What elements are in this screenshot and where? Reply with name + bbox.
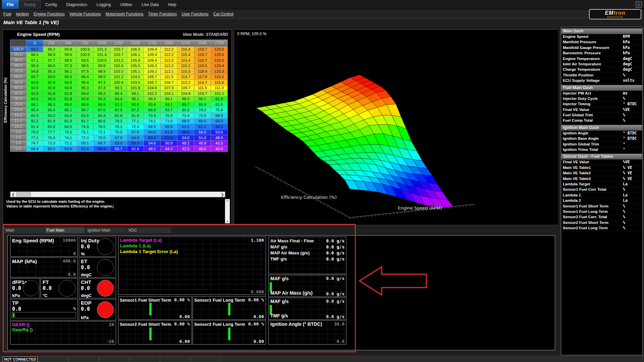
ve-cell[interactable]: 53.6 [211,130,228,135]
ve-cell[interactable]: 105.1 [127,69,144,74]
ve-cell[interactable]: 91.5 [26,91,43,97]
ve-cell[interactable]: 96.1 [127,97,144,102]
col-header-2750[interactable]: 2750 [211,40,228,47]
ve-cell[interactable]: 111.0 [211,85,228,91]
ve-cell[interactable]: 112.2 [161,47,177,52]
ve-cell[interactable]: 98.0 [94,74,110,80]
menu-item-ignition[interactable]: Ignition [16,12,29,16]
ve-cell[interactable]: 95.4 [77,80,94,85]
ve-cell[interactable]: 65.6 [161,124,177,130]
ve-cell[interactable]: 112.2 [177,80,194,85]
col-header-750[interactable]: 750 [77,40,94,47]
ve-cell[interactable]: 44.3 [161,146,177,152]
ve-cell[interactable]: 70.5 [110,130,127,135]
ve-cell[interactable]: 66.0 [194,119,211,124]
ve-cell[interactable]: 93.7 [26,74,43,80]
ve-cell[interactable]: 82.2 [26,119,43,124]
ve-cell[interactable]: 69.1 [77,141,94,146]
ve-cell[interactable]: 83.0 [43,113,60,119]
row-header-1.0[interactable]: 1.0 [10,141,26,146]
ve-cell[interactable]: 59.3 [211,124,228,130]
row-header-35.0[interactable]: 35.0 [10,91,26,97]
ve-cell[interactable]: 96.4 [77,74,94,80]
ve-cell[interactable]: 98.5 [60,58,77,63]
ve-cell[interactable]: 118.7 [194,47,211,52]
dash-item[interactable]: Main VE Table2% VE [561,171,642,176]
ve-cell[interactable]: 57.0 [161,135,177,141]
ve-cell[interactable]: 109.4 [144,58,161,63]
ve-cell[interactable]: 92.6 [26,80,43,85]
ve-cell[interactable]: 120.3 [211,69,228,74]
ve-cell[interactable]: 79.9 [77,124,94,130]
ve-cell[interactable]: 111.5 [194,85,211,91]
ve-cell[interactable]: 75.6 [43,135,60,141]
ve-cell[interactable]: 107.9 [161,85,177,91]
ve-cell-selected[interactable]: 98.5 [26,47,43,52]
ve-cell[interactable]: 45.9 [194,141,211,146]
ve-cell[interactable]: 90.5 [94,102,110,108]
ve-cell[interactable]: 92.5 [127,102,144,108]
ve-cell[interactable]: 99.6 [60,52,77,58]
ve-cell[interactable]: 70.9 [194,113,211,119]
ve-cell[interactable]: 82.0 [211,102,228,108]
ve-cell[interactable]: 83.4 [60,113,77,119]
ve-cell[interactable]: 91.8 [43,91,60,97]
ve-cell[interactable]: 104.8 [177,91,194,97]
ve-cell[interactable]: 99.1 [127,91,144,97]
ve-cell[interactable]: 115.6 [211,80,228,85]
menu-tab-help[interactable]: Help [163,0,181,9]
ve-cell[interactable]: 120.5 [211,47,228,52]
dash-item[interactable]: Final VE Value%VE [561,107,642,113]
ve-cell[interactable]: 83.7 [161,108,177,113]
ve-cell[interactable]: 120.5 [211,58,228,63]
ve-cell[interactable]: 103.5 [127,80,144,85]
ve-cell[interactable]: 40.0 [194,146,211,152]
ve-cell[interactable]: 101.3 [94,47,110,52]
ve-cell[interactable]: 40.0 [211,146,228,152]
dash-item[interactable]: Throttle Position% [561,73,642,78]
ve-cell[interactable]: 102.6 [110,63,127,69]
menu-item-vehicle-functions[interactable]: Vehicle Functions [69,12,101,16]
ve-cell[interactable]: 99.8 [94,63,110,69]
ve-cell[interactable]: 54.0 [177,135,194,141]
ve-cell[interactable]: 97.3 [94,85,110,91]
ve-cell[interactable]: 100.4 [110,80,127,85]
col-header-1750[interactable]: 1750 [144,40,161,47]
ve-cell[interactable]: 51.0 [194,135,211,141]
menu-item-motorsport-functions[interactable]: Motorsport Functions [106,12,144,16]
ve-cell[interactable]: 92.8 [60,91,77,97]
ve-cell[interactable]: 86.1 [60,108,77,113]
ve-cell[interactable]: 96.5 [43,63,60,69]
dash-item[interactable]: Main VE Table3% VE [561,176,642,182]
dash-item[interactable]: Sensor2 Fuel Corr. Total% [561,215,642,220]
ve-cell[interactable]: 86.7 [77,108,94,113]
ve-cell[interactable]: 68.9 [211,113,228,119]
gauge-tab-fuel-main[interactable]: Fuel Main [44,227,85,234]
ve-cell[interactable]: 68.0 [177,119,194,124]
ve-cell[interactable]: 81.7 [77,119,94,124]
ve-cell[interactable]: 106.7 [144,80,161,85]
ve-cell[interactable]: 87.2 [127,108,144,113]
ve-cell[interactable]: 95.2 [94,91,110,97]
ve-cell[interactable]: 99.1 [110,85,127,91]
scroll-down-icon[interactable]: ▼ [226,220,229,223]
ve-cell[interactable]: 64.6 [60,146,77,152]
ve-cell[interactable]: 93.3 [94,97,110,102]
dash-item[interactable]: Sensor2 Fuel Long Term% [561,226,642,231]
dash-item[interactable]: Injector Timing° BTDC [561,102,642,107]
ve-cell[interactable]: 43.5 [211,141,228,146]
ve-cell[interactable]: 101.1 [211,91,228,97]
dash-item[interactable]: Fuel Comp Total% [561,118,642,123]
ve-cell[interactable]: 68.9 [144,124,161,130]
ve-cell[interactable]: 109.2 [144,69,161,74]
ve-cell[interactable]: 54.6 [144,141,161,146]
ve-cell[interactable]: 94.4 [110,97,127,102]
row-header-50.0[interactable]: 50.0 [10,80,26,85]
ve-cell[interactable]: 89.0 [60,102,77,108]
menu-tab-utilites[interactable]: Utilites [115,0,137,9]
ve-cell[interactable]: 100.5 [77,52,94,58]
ve-cell[interactable]: 99.2 [43,47,60,52]
ve-cell[interactable]: 81.9 [60,119,77,124]
ve-cell[interactable]: 73.4 [177,113,194,119]
row-header-80.0[interactable]: 80.0 [10,63,26,69]
